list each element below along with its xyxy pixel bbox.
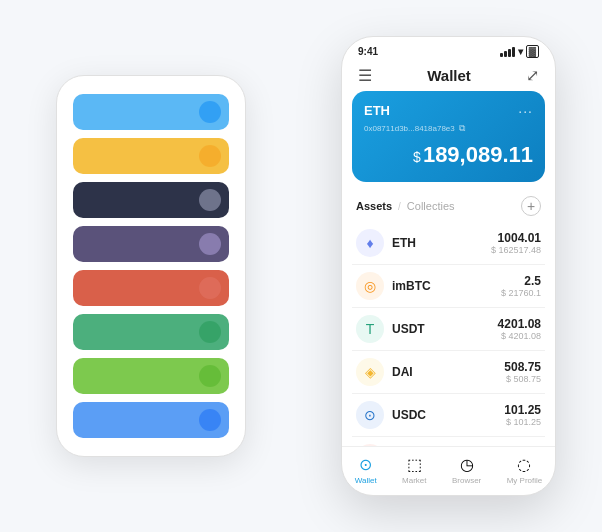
asset-usd: $ 4201.08 <box>498 331 541 341</box>
asset-name-label: USDC <box>392 408 426 422</box>
battery-icon: ▓ <box>526 45 539 58</box>
bottom-nav-label-wallet: Wallet <box>355 476 377 485</box>
asset-right-4: 101.25$ 101.25 <box>504 403 541 427</box>
bg-card-6 <box>73 358 229 394</box>
status-bar: 9:41 ▾ ▓ <box>342 37 555 62</box>
asset-item-imbtc[interactable]: ◎imBTC2.5$ 21760.1 <box>352 265 545 308</box>
tab-assets[interactable]: Assets <box>356 200 392 212</box>
wallet-card-menu-dots[interactable]: ··· <box>518 103 533 119</box>
asset-right-0: 1004.01$ 162517.48 <box>491 231 541 255</box>
asset-name-label: USDT <box>392 322 425 336</box>
asset-list: ♦ETH1004.01$ 162517.48◎imBTC2.5$ 21760.1… <box>342 222 555 446</box>
asset-name-label: ETH <box>392 236 416 250</box>
bg-card-0 <box>73 94 229 130</box>
bg-card-dot-0 <box>199 101 221 123</box>
bottom-nav-icon-wallet: ⊙ <box>359 455 372 474</box>
bottom-nav-icon-market: ⬚ <box>407 455 422 474</box>
wallet-card-address: 0x08711d3b...8418a78e3 ⧉ <box>364 123 533 134</box>
bottom-nav-wallet[interactable]: ⊙Wallet <box>355 455 377 485</box>
wallet-card-header: ETH ··· <box>364 103 533 119</box>
foreground-phone: 9:41 ▾ ▓ ☰ Wallet ⤢ ETH ··· <box>341 36 556 496</box>
asset-usd: $ 508.75 <box>504 374 541 384</box>
asset-item-dai[interactable]: ◈DAI508.75$ 508.75 <box>352 351 545 394</box>
asset-amount: 2.5 <box>501 274 541 288</box>
asset-icon-usdt: T <box>356 315 384 343</box>
wallet-card-amount: $189,089.11 <box>364 142 533 168</box>
bg-card-dot-6 <box>199 365 221 387</box>
menu-icon[interactable]: ☰ <box>358 66 372 85</box>
bg-card-4 <box>73 270 229 306</box>
bottom-nav-label-market: Market <box>402 476 426 485</box>
asset-icon-imbtc: ◎ <box>356 272 384 300</box>
bottom-nav-browser[interactable]: ◷Browser <box>452 455 481 485</box>
tab-collecties[interactable]: Collecties <box>407 200 455 212</box>
scene: 9:41 ▾ ▓ ☰ Wallet ⤢ ETH ··· <box>26 16 576 516</box>
bg-card-dot-7 <box>199 409 221 431</box>
bg-card-dot-1 <box>199 145 221 167</box>
bottom-nav-market[interactable]: ⬚Market <box>402 455 426 485</box>
asset-name-label: DAI <box>392 365 413 379</box>
assets-header: Assets / Collecties + <box>342 192 555 222</box>
asset-icon-dai: ◈ <box>356 358 384 386</box>
bg-card-3 <box>73 226 229 262</box>
tab-divider: / <box>398 201 401 212</box>
bg-card-dot-3 <box>199 233 221 255</box>
assets-tabs: Assets / Collecties <box>356 200 455 212</box>
nav-bar: ☰ Wallet ⤢ <box>342 62 555 91</box>
asset-item-usdc[interactable]: ⊙USDC101.25$ 101.25 <box>352 394 545 437</box>
background-phone <box>56 75 246 457</box>
wallet-card[interactable]: ETH ··· 0x08711d3b...8418a78e3 ⧉ $189,08… <box>352 91 545 182</box>
expand-icon[interactable]: ⤢ <box>526 66 539 85</box>
nav-title: Wallet <box>427 67 471 84</box>
asset-usd: $ 101.25 <box>504 417 541 427</box>
bottom-nav-icon-profile: ◌ <box>517 455 531 474</box>
asset-left-4: ⊙USDC <box>356 401 426 429</box>
wifi-icon: ▾ <box>518 46 523 57</box>
bg-card-dot-4 <box>199 277 221 299</box>
time-label: 9:41 <box>358 46 378 57</box>
asset-item-eth[interactable]: ♦ETH1004.01$ 162517.48 <box>352 222 545 265</box>
bg-card-dot-5 <box>199 321 221 343</box>
asset-right-1: 2.5$ 21760.1 <box>501 274 541 298</box>
asset-left-3: ◈DAI <box>356 358 413 386</box>
bg-card-2 <box>73 182 229 218</box>
asset-left-2: TUSDT <box>356 315 425 343</box>
asset-usd: $ 162517.48 <box>491 245 541 255</box>
asset-left-1: ◎imBTC <box>356 272 431 300</box>
wallet-card-currency-symbol: $ <box>413 149 421 165</box>
bg-card-5 <box>73 314 229 350</box>
bottom-nav-label-browser: Browser <box>452 476 481 485</box>
bg-card-1 <box>73 138 229 174</box>
bottom-nav-icon-browser: ◷ <box>460 455 474 474</box>
bottom-nav-label-profile: My Profile <box>507 476 543 485</box>
add-asset-button[interactable]: + <box>521 196 541 216</box>
asset-item-usdt[interactable]: TUSDT4201.08$ 4201.08 <box>352 308 545 351</box>
asset-amount: 4201.08 <box>498 317 541 331</box>
asset-usd: $ 21760.1 <box>501 288 541 298</box>
bg-card-dot-2 <box>199 189 221 211</box>
asset-icon-eth: ♦ <box>356 229 384 257</box>
bg-card-7 <box>73 402 229 438</box>
asset-right-3: 508.75$ 508.75 <box>504 360 541 384</box>
asset-left-0: ♦ETH <box>356 229 416 257</box>
asset-name-label: imBTC <box>392 279 431 293</box>
wallet-card-token-label: ETH <box>364 103 390 118</box>
bottom-nav-profile[interactable]: ◌My Profile <box>507 455 543 485</box>
asset-amount: 1004.01 <box>491 231 541 245</box>
asset-amount: 508.75 <box>504 360 541 374</box>
asset-amount: 101.25 <box>504 403 541 417</box>
asset-right-2: 4201.08$ 4201.08 <box>498 317 541 341</box>
status-icons: ▾ ▓ <box>500 45 539 58</box>
asset-item-tft[interactable]: 🌿TFT130 <box>352 437 545 446</box>
wallet-card-value: 189,089.11 <box>423 142 533 167</box>
bottom-nav: ⊙Wallet⬚Market◷Browser◌My Profile <box>342 446 555 495</box>
asset-icon-usdc: ⊙ <box>356 401 384 429</box>
